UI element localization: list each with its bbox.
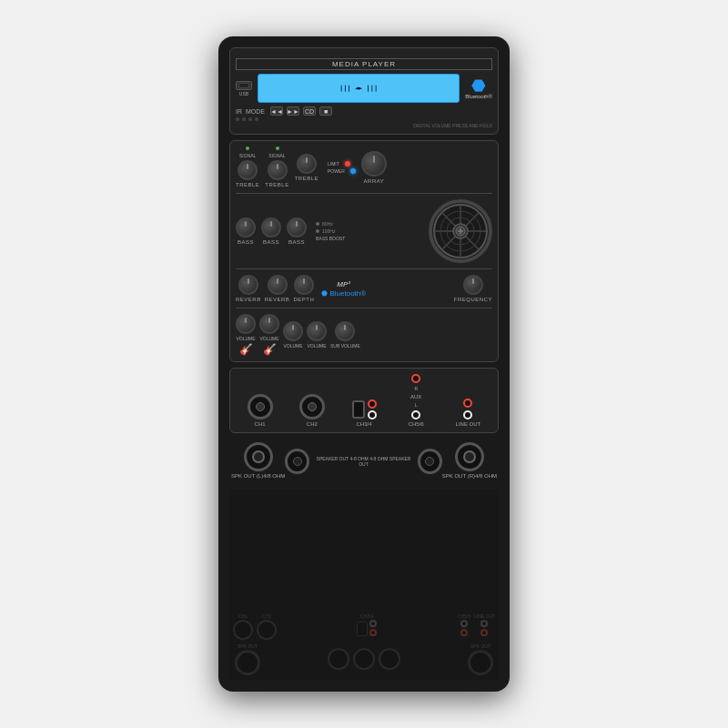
reverb1-label: REVERB xyxy=(236,297,261,302)
reverb1-group: REVERB xyxy=(236,275,261,302)
ch1-xlr-inner xyxy=(256,402,265,411)
bass-boost-area: 80Hz 100Hz BASS BOOST xyxy=(316,221,345,241)
ch1-treble-knob[interactable] xyxy=(238,160,258,180)
bluetooth-logo: ⬣ Bluetooth® xyxy=(465,77,492,99)
spk-out-section: SPK OUT (L)4/8 OHM SPEAKER OUT 4-8 OHM 4… xyxy=(229,439,499,484)
mirror-spk-l: SPK OUT xyxy=(235,643,260,675)
ch56-rca-l[interactable] xyxy=(411,410,420,420)
ch2-signal-group: SIGNAL TREBLE xyxy=(265,147,288,187)
mirror-ch56-rca xyxy=(460,620,468,636)
ch2-xlr-jack[interactable] xyxy=(299,394,325,420)
usb-label: USB xyxy=(239,91,248,96)
ch1-bass-label: BASS xyxy=(238,239,254,245)
separator-3 xyxy=(236,308,492,308)
reverb2-group: REVERB xyxy=(265,275,290,302)
channel-connectors-row: CH1 CH2 CH3/4 xyxy=(236,374,492,427)
cd-btn[interactable]: CD xyxy=(303,106,316,116)
prev-btn[interactable]: ◄◄ xyxy=(270,106,283,116)
ch3-bass-label: BASS xyxy=(288,239,305,245)
usb-area: USB xyxy=(236,81,252,96)
mirror-lineout: LINE OUT xyxy=(474,613,495,636)
ch34-rca xyxy=(368,399,377,420)
depth-knob[interactable] xyxy=(294,275,314,295)
spk-out-r: SPK OUT (R)4/8 OHM xyxy=(442,442,497,480)
mirror-jack-1 xyxy=(328,649,349,671)
fan-unit: × × × × xyxy=(429,199,492,263)
spk-r-jack[interactable] xyxy=(455,442,484,471)
speaker-out-detail: SPEAKER OUT 4-8 OHM 4-8 OHM SPEAKER OUT xyxy=(313,456,414,467)
mirror-ch2: CH2 xyxy=(257,613,277,640)
ch34-rca-r[interactable] xyxy=(368,399,377,409)
spk-out-r-label: SPK OUT (R)4/8 OHM xyxy=(442,473,497,480)
ch1-bass-group: BASS xyxy=(236,217,256,245)
separator-1 xyxy=(236,193,492,194)
ch2-label: CH2 xyxy=(307,421,318,427)
depth-label: DEPTH xyxy=(293,297,314,302)
mirror-ch56-r xyxy=(460,629,468,636)
ch3-bass-knob[interactable] xyxy=(287,217,307,238)
ch2-signal-label: SIGNAL xyxy=(268,153,285,158)
ch56-vol-knob[interactable] xyxy=(307,321,327,341)
power-label: POWER xyxy=(328,168,345,174)
freq-80-label: 80Hz xyxy=(322,221,333,227)
fan-screw-tl: × xyxy=(435,206,441,212)
mirror-center-jacks xyxy=(328,649,400,671)
ch1-bass-knob[interactable] xyxy=(236,217,256,238)
bluetooth-label: Bluetooth® xyxy=(465,94,492,99)
mirror-spk-r-jack xyxy=(468,650,493,675)
ch3-treble-knob[interactable] xyxy=(297,154,317,174)
ch2-treble-knob[interactable] xyxy=(268,160,288,180)
mirror-spk-l-jack xyxy=(235,650,260,675)
ch2-vol-group: VOLUME 🎸 xyxy=(259,314,279,356)
ch2-bass-group: BASS xyxy=(261,217,281,245)
freq-80hz: 80Hz xyxy=(316,221,345,227)
sub-vol-label: SUB VOLUME xyxy=(330,343,360,349)
ir-controls-row: IR MODE ◄◄ ►► CD ■ xyxy=(236,106,492,116)
bluetooth-icon: ⬣ xyxy=(471,77,486,94)
ch34-vol-label: VOLUME xyxy=(283,343,302,349)
ch2-guitar-icons: 🎸 xyxy=(263,343,277,356)
reverb2-knob[interactable] xyxy=(268,275,288,295)
mirror-section: SPK OUT SPK OUT CH1 CH2 xyxy=(229,490,499,681)
device-panel: MEDIA PLAYER USB ||| ◄► ||| ⬣ Bluetooth®… xyxy=(218,36,510,692)
mp3-bt-badge: MP³ ⬣ Bluetooth® xyxy=(321,280,366,298)
ch34-trs-1[interactable] xyxy=(352,400,365,419)
mirror-lineout-r xyxy=(480,629,488,636)
frequency-label: FREQUENCY xyxy=(454,297,492,302)
limit-label: LIMIT xyxy=(328,161,339,167)
ch2-vol-knob[interactable] xyxy=(259,314,279,334)
sub-vol-knob[interactable] xyxy=(335,321,355,341)
ch34-jacks xyxy=(352,399,377,420)
eq-controls-section: SIGNAL TREBLE SIGNAL TREBLE TREBLE LIMIT xyxy=(229,140,499,362)
ch3-treble-label: TREBLE xyxy=(295,176,318,181)
ch1-xlr-jack[interactable] xyxy=(248,394,273,420)
spk-l-jack[interactable] xyxy=(244,442,273,471)
power-indicator-row: POWER xyxy=(328,168,356,174)
led-dot-3 xyxy=(248,117,252,121)
ch34-vol-knob[interactable] xyxy=(283,321,303,341)
spk-center-jack-2[interactable] xyxy=(418,449,442,474)
guitar-icon-2: 🎸 xyxy=(263,343,277,356)
next-btn[interactable]: ►► xyxy=(287,106,299,116)
volume-row: VOLUME 🎸 VOLUME 🎸 VOLUME xyxy=(236,314,492,356)
ch1-label: CH1 xyxy=(255,421,266,427)
lineout-label: LINE OUT xyxy=(456,421,481,427)
ch34-rca-l[interactable] xyxy=(368,410,377,420)
usb-slot[interactable] xyxy=(236,81,252,90)
ch2-xlr-inner xyxy=(308,402,317,411)
lineout-rca-l[interactable] xyxy=(463,410,472,420)
ch56-vol-group: VOLUME xyxy=(307,321,327,349)
stop-btn[interactable]: ■ xyxy=(319,106,332,116)
fan-screw-bl: × xyxy=(435,250,441,257)
mp3-label: MP³ xyxy=(337,280,350,288)
ch1-vol-knob[interactable] xyxy=(236,314,256,334)
ch56-rca-r[interactable] xyxy=(411,374,420,383)
reverb1-knob[interactable] xyxy=(238,275,258,295)
separator-2 xyxy=(236,268,492,269)
lineout-rca-r[interactable] xyxy=(463,399,472,408)
spk-out-l: SPK OUT (L)4/8 OHM xyxy=(231,442,285,480)
frequency-knob[interactable] xyxy=(463,275,483,295)
ch2-bass-knob[interactable] xyxy=(261,217,281,238)
array-knob[interactable] xyxy=(361,151,387,177)
spk-center-jack-1[interactable] xyxy=(285,449,309,474)
